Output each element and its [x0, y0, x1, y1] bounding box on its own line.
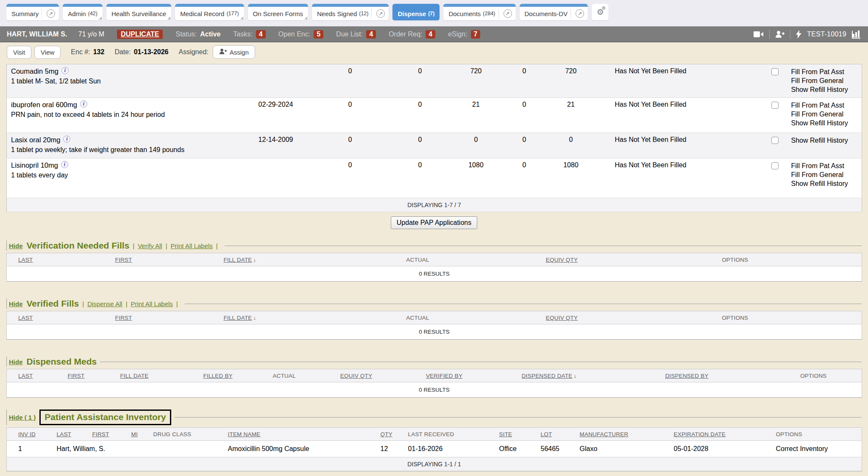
tab-admin[interactable]: Admin (42) [63, 4, 103, 20]
column-header-equiv-qty[interactable]: EQUIV QTY [515, 253, 609, 266]
settings-button[interactable]: ⚙ ⚙ [592, 4, 609, 20]
tasks-count-badge[interactable]: 4 [256, 30, 266, 39]
tab-accent [248, 4, 308, 7]
info-icon[interactable]: i [61, 67, 69, 74]
fill-checkbox[interactable] [771, 137, 779, 144]
column-header-last[interactable]: LAST [7, 253, 108, 266]
column-header-equiv-qty[interactable]: EQUIV QTY [314, 369, 399, 382]
results-count: 0 RESULTS [7, 382, 862, 398]
open-enc-count-badge[interactable]: 5 [314, 30, 323, 39]
view-button[interactable]: View [34, 46, 61, 59]
info-icon[interactable]: i [80, 100, 87, 108]
tab-documents-dv[interactable]: Documents-DV ↗ [520, 4, 588, 20]
tab-accent [175, 4, 244, 7]
column-header-last[interactable]: LAST [7, 311, 108, 324]
tab-health-surveillance[interactable]: Health Surveillance [106, 4, 171, 20]
column-header-site[interactable]: SITE [496, 428, 537, 441]
column-header-equiv-qty[interactable]: EQUIV QTY [515, 311, 609, 324]
tab-on-screen-forms[interactable]: On Screen Forms [248, 4, 308, 20]
patient-assistance-inventory-table: INV ID LAST FIRST MI DRUG CLASS ITEM NAM… [6, 427, 862, 471]
external-link-icon[interactable]: ↗ [47, 9, 55, 18]
assign-button[interactable]: Assign [213, 45, 255, 59]
qty-cell: 0 [310, 133, 391, 158]
add-user-icon[interactable] [775, 30, 785, 38]
tab-documents[interactable]: Documents (284) ↗ [443, 4, 515, 20]
fill-checkbox[interactable] [771, 162, 779, 169]
tab-medical-record[interactable]: Medical Record (177) [175, 4, 244, 20]
results-count: 0 RESULTS [7, 324, 862, 340]
column-header-expiration-date[interactable]: EXPIRATION DATE [670, 428, 772, 441]
info-icon[interactable]: i [63, 136, 70, 143]
column-header-qty[interactable]: QTY [378, 428, 405, 441]
external-link-icon[interactable]: ↗ [504, 9, 512, 18]
expiration-date-cell: 05-01-2028 [670, 441, 772, 457]
column-header-dispensed-by[interactable]: DISPENSED BY [609, 369, 765, 382]
fill-checkbox[interactable] [771, 68, 779, 75]
lightning-icon[interactable] [796, 30, 801, 39]
info-icon[interactable]: i [61, 161, 68, 168]
column-header-item-name[interactable]: ITEM NAME [223, 428, 378, 441]
qty-cell: 0 [391, 98, 450, 133]
verify-all-link[interactable]: Verify All [138, 242, 162, 249]
tasks-label: Tasks: [233, 30, 252, 38]
row-options-links[interactable]: Fill From Pat Asst Fill From General Sho… [785, 64, 862, 98]
print-all-labels-link[interactable]: Print All Labels [131, 300, 173, 307]
divider [185, 304, 862, 304]
dispense-all-link[interactable]: Dispense All [87, 300, 122, 307]
column-header-first[interactable]: FIRST [89, 428, 128, 441]
separator: | [166, 242, 167, 249]
column-header-dispensed-date[interactable]: DISPENSED DATE↓ [490, 369, 609, 382]
tab-dispense[interactable]: Dispense (7) [392, 4, 440, 20]
duplicate-badge[interactable]: DUPLICATE [117, 30, 163, 39]
external-link-icon[interactable]: ↗ [376, 9, 385, 18]
tab-bar: Summary ↗ Admin (42) Health Surveillance… [0, 0, 868, 26]
verified-hide-link[interactable]: Hide [9, 300, 23, 307]
row-options-links[interactable]: Fill From Pat Asst Fill From General Sho… [785, 98, 862, 133]
update-pap-applications-button[interactable]: Update PAP Applications [391, 216, 477, 229]
column-header-last[interactable]: LAST [53, 428, 89, 441]
tab-needs-signed[interactable]: Needs Signed (12) ↗ [312, 4, 389, 20]
column-header-manufacturer[interactable]: MANUFACTURER [577, 428, 670, 441]
column-header-first[interactable]: FIRST [108, 311, 210, 324]
column-header-fill-date[interactable]: FILL DATE↓ [210, 253, 320, 266]
correct-inventory-link[interactable]: Correct Inventory [772, 441, 862, 457]
column-header-last[interactable]: LAST [7, 369, 64, 382]
visit-button[interactable]: Visit [7, 46, 31, 59]
column-header-mi[interactable]: MI [128, 428, 150, 441]
due-list-count-badge[interactable]: 4 [366, 30, 376, 39]
column-header-filled-by[interactable]: FILLED BY [200, 369, 255, 382]
column-header-inv-id[interactable]: INV ID [7, 428, 53, 441]
checkbox-cell [765, 158, 785, 198]
dropdown-corner-icon [304, 17, 307, 19]
esign-count-badge[interactable]: 7 [471, 30, 481, 39]
tab-label: Dispense [398, 10, 426, 17]
row-options-links[interactable]: Fill From Pat Asst Fill From General Sho… [785, 158, 862, 198]
verification-hide-link[interactable]: Hide [9, 242, 23, 249]
dropdown-corner-icon [240, 17, 243, 19]
table-header-row: INV ID LAST FIRST MI DRUG CLASS ITEM NAM… [7, 428, 862, 441]
tab-summary[interactable]: Summary ↗ [6, 4, 59, 20]
dispensed-hide-link[interactable]: Hide [9, 358, 23, 365]
column-header-fill-date[interactable]: FILL DATE [115, 369, 200, 382]
results-count: 0 RESULTS [7, 266, 862, 282]
column-header-fill-date[interactable]: FILL DATE↓ [210, 311, 320, 324]
qty-cell: 0 [391, 133, 450, 158]
order-req-count-badge[interactable]: 4 [426, 30, 435, 39]
external-link-icon[interactable]: ↗ [576, 9, 584, 18]
qty-cell: 0 [310, 64, 391, 98]
chart-icon[interactable] [852, 30, 861, 39]
med-row-ibuprofen: ibuprofen oral 600mgi PRN pain, not to e… [7, 98, 862, 133]
inv-id-cell: 1 [7, 441, 53, 457]
row-options-links[interactable]: Show Refill History [785, 133, 862, 158]
esign-label: eSign: [448, 30, 467, 38]
dispense-page: Summary ↗ Admin (42) Health Surveillance… [0, 0, 868, 476]
column-header-lot[interactable]: LOT [537, 428, 577, 441]
print-all-labels-link[interactable]: Print All Labels [171, 242, 213, 249]
column-header-verified-by[interactable]: VERIFIED BY [399, 369, 490, 382]
enc-number-label: Enc #: [71, 48, 90, 56]
video-camera-icon[interactable] [754, 31, 764, 38]
column-header-first[interactable]: FIRST [108, 253, 210, 266]
pai-hide-link[interactable]: Hide ( 1 ) [9, 414, 36, 421]
fill-checkbox[interactable] [771, 102, 779, 109]
column-header-first[interactable]: FIRST [64, 369, 115, 382]
